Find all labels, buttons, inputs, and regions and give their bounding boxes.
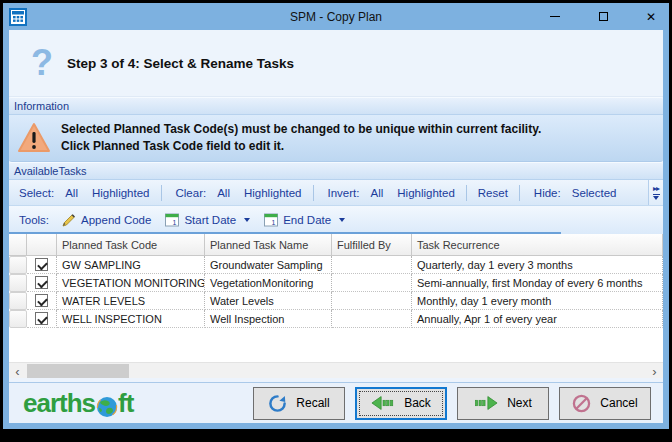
toolbar-separator <box>313 185 314 201</box>
toolbar-separator <box>466 185 467 201</box>
reset-button[interactable]: Reset <box>478 187 508 199</box>
select-label: Select: <box>19 187 54 199</box>
row-checkbox-cell[interactable] <box>27 256 57 274</box>
dropdown-arrow-icon <box>339 218 345 222</box>
footer-bar: earths ft Recall Back Next <box>9 382 663 423</box>
cell-planned-task-name: Well Inspection <box>205 310 332 328</box>
maximize-button[interactable] <box>595 9 611 25</box>
cancel-label: Cancel <box>600 396 637 410</box>
wizard-step-header: ? Step 3 of 4: Select & Rename Tasks <box>9 30 663 97</box>
column-header-recurrence[interactable]: Task Recurrence <box>412 234 663 256</box>
globe-icon <box>96 394 118 416</box>
next-button[interactable]: Next <box>457 387 549 420</box>
back-button[interactable]: Back <box>355 387 447 420</box>
next-label: Next <box>507 396 532 410</box>
row-checkbox-cell[interactable] <box>27 292 57 310</box>
clear-highlighted-button[interactable]: Highlighted <box>244 187 302 199</box>
column-header-fulfilled-by[interactable]: Fulfilled By <box>332 234 412 256</box>
clear-all-button[interactable]: All <box>217 187 230 199</box>
cancel-prohibition-icon <box>572 394 591 413</box>
hide-selected-button[interactable]: Selected <box>572 187 617 199</box>
checkbox-checked-icon[interactable] <box>35 312 48 325</box>
tools-toolbar: Tools: Append Code 1 Start Date <box>9 206 663 234</box>
next-arrow-icon <box>474 395 498 411</box>
toolbar-overflow-button[interactable]: ▸▸ <box>648 180 663 205</box>
scroll-left-icon[interactable]: ‹ <box>9 363 26 379</box>
cell-planned-task-code[interactable]: VEGETATION MONITORING <box>57 274 205 292</box>
minimize-button[interactable] <box>547 9 563 25</box>
recall-label: Recall <box>296 396 329 410</box>
clear-label: Clear: <box>176 187 207 199</box>
cell-planned-task-code[interactable]: WELL INSPECTION <box>57 310 205 328</box>
column-header-code[interactable]: Planned Task Code <box>57 234 205 256</box>
horizontal-scrollbar[interactable]: ‹ › <box>9 362 663 378</box>
append-code-button[interactable]: Append Code <box>62 213 151 227</box>
row-selector[interactable] <box>9 292 27 310</box>
close-button[interactable]: ✕ <box>643 9 659 25</box>
calendar-date-icon: 1 <box>165 213 179 227</box>
cell-planned-task-code[interactable]: WATER LEVELS <box>57 292 205 310</box>
available-tasks-table: Planned Task Code Planned Task Name Fulf… <box>9 234 663 362</box>
cell-task-recurrence: Quarterly, day 1 every 3 months <box>412 256 663 274</box>
row-selector-header <box>9 234 27 256</box>
pencil-edit-icon <box>62 213 76 227</box>
checkbox-checked-icon[interactable] <box>35 258 48 271</box>
title-bar: SPM - Copy Plan ✕ <box>3 3 669 30</box>
information-group-header: Information <box>9 97 663 115</box>
checkbox-checked-icon[interactable] <box>35 294 48 307</box>
select-all-button[interactable]: All <box>65 187 78 199</box>
end-date-button[interactable]: 1 End Date <box>264 213 345 227</box>
cell-task-recurrence: Annually, Apr 1 of every year <box>412 310 663 328</box>
information-group: Information Selected Planned Task Code(s… <box>9 97 663 162</box>
row-checkbox-cell[interactable] <box>27 310 57 328</box>
invert-highlighted-button[interactable]: Highlighted <box>397 187 455 199</box>
back-arrow-icon <box>371 395 395 411</box>
start-date-button[interactable]: 1 Start Date <box>165 213 250 227</box>
recall-button[interactable]: Recall <box>253 387 345 420</box>
svg-text:1: 1 <box>272 219 276 226</box>
minimize-icon <box>550 16 560 17</box>
cancel-button[interactable]: Cancel <box>559 387 651 420</box>
spm-copy-plan-window: SPM - Copy Plan ✕ ? Step 3 of 4: Select … <box>3 3 669 429</box>
invert-label: Invert: <box>328 187 360 199</box>
information-body: Selected Planned Task Code(s) must be ch… <box>9 115 663 162</box>
start-date-label: Start Date <box>184 214 236 226</box>
invert-all-button[interactable]: All <box>370 187 383 199</box>
table-row: VEGETATION MONITORING VegetationMonitori… <box>9 274 663 292</box>
dialog-content: ? Step 3 of 4: Select & Rename Tasks Inf… <box>9 30 663 423</box>
cell-fulfilled-by <box>332 310 412 328</box>
earthsoft-logo: earths ft <box>23 388 133 419</box>
maximize-icon <box>599 12 608 21</box>
logo-text-right: ft <box>118 388 133 419</box>
append-code-label: Append Code <box>81 214 151 226</box>
help-question-icon: ? <box>25 42 59 84</box>
table-row: GW SAMPLING Groundwater Sampling Quarter… <box>9 256 663 274</box>
toolbar-separator <box>519 185 520 201</box>
cell-planned-task-code[interactable]: GW SAMPLING <box>57 256 205 274</box>
hide-label: Hide: <box>534 187 561 199</box>
cell-fulfilled-by <box>332 292 412 310</box>
back-label: Back <box>404 396 431 410</box>
cell-planned-task-name: Groundwater Sampling <box>205 256 332 274</box>
scroll-right-icon[interactable]: › <box>646 363 663 379</box>
warning-icon <box>17 122 51 154</box>
row-selector[interactable] <box>9 274 27 292</box>
column-header-name[interactable]: Planned Task Name <box>205 234 332 256</box>
cell-task-recurrence: Semi-annually, first Monday of every 6 m… <box>412 274 663 292</box>
select-highlighted-button[interactable]: Highlighted <box>92 187 150 199</box>
row-selector[interactable] <box>9 256 27 274</box>
logo-text-left: earths <box>23 388 95 419</box>
checkbox-checked-icon[interactable] <box>35 276 48 289</box>
available-tasks-group-header: AvailableTasks <box>9 162 663 180</box>
overflow-dropdown-icon <box>653 194 660 200</box>
row-selector[interactable] <box>9 310 27 328</box>
cell-planned-task-name: VegetationMonitoring <box>205 274 332 292</box>
cell-fulfilled-by <box>332 256 412 274</box>
table-header-row: Planned Task Code Planned Task Name Fulf… <box>9 234 663 256</box>
table-row: WELL INSPECTION Well Inspection Annually… <box>9 310 663 328</box>
end-date-label: End Date <box>283 214 331 226</box>
available-tasks-group: AvailableTasks Select: All Highlighted C… <box>9 162 663 378</box>
row-checkbox-cell[interactable] <box>27 274 57 292</box>
toolbar-separator <box>161 185 162 201</box>
scrollbar-thumb[interactable] <box>27 364 129 378</box>
